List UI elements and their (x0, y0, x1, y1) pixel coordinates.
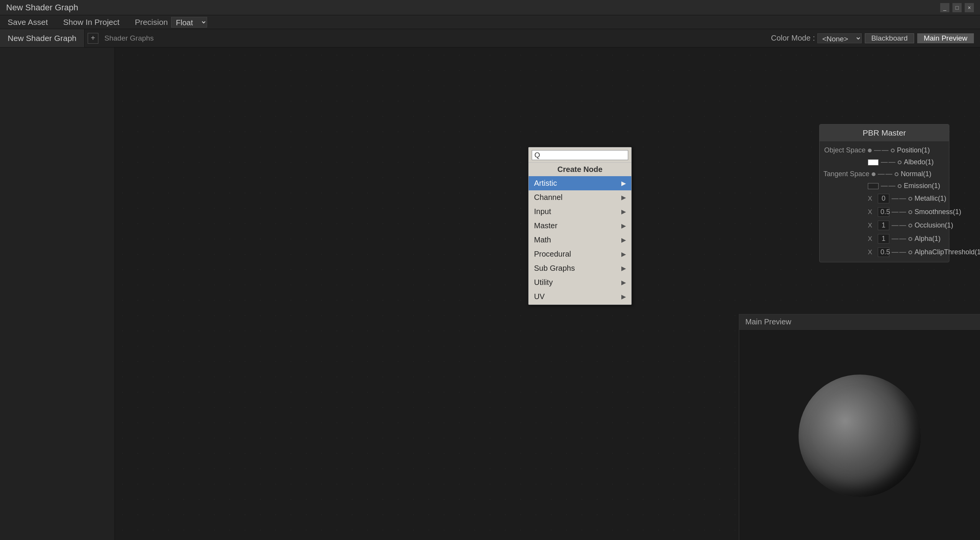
pbr-alphaclip-value: 0.5 (878, 247, 889, 257)
pbr-line-3 (881, 162, 888, 163)
shader-graph-sublabel: Shader Graphs (98, 34, 160, 43)
pbr-normal-label: Normal(1) (901, 170, 945, 178)
create-node-popup: Create Node Artistic ▶ Channel ▶ Input ▶… (528, 147, 632, 305)
precision-select[interactable]: Float Half Inherit (171, 17, 207, 28)
pbr-alpha-label: Alpha(1) (915, 235, 945, 243)
pbr-master-node[interactable]: PBR Master Object Space Position(1) (819, 124, 949, 262)
pbr-dot-right-9-icon (908, 250, 912, 254)
pbr-dot-right-3-icon (895, 172, 898, 176)
precision-group: Precision Float Half Inherit (135, 17, 207, 28)
pbr-line-9 (892, 198, 898, 199)
menu-item-subgraphs-label: Sub Graphs (534, 264, 575, 273)
pbr-connector-9 (892, 252, 906, 253)
main-preview-panel: Main Preview (739, 314, 980, 540)
menu-save-asset[interactable]: Save Asset (5, 16, 51, 28)
menu-item-input[interactable]: Input ▶ (529, 205, 631, 219)
pbr-emission-label: Emission(1) (904, 182, 945, 190)
menu-item-math[interactable]: Math ▶ (529, 233, 631, 247)
pbr-connector-2 (881, 162, 895, 163)
pbr-line-4 (889, 162, 895, 163)
menu-bar: Save Asset Show In Project Precision Flo… (0, 15, 980, 29)
pbr-line-7 (881, 186, 888, 187)
pbr-line-15 (892, 239, 898, 239)
pbr-line-2 (882, 150, 889, 151)
add-tab-button[interactable]: + (88, 33, 98, 44)
menu-item-artistic[interactable]: Artistic ▶ (529, 176, 631, 190)
menu-item-channel[interactable]: Channel ▶ (529, 190, 631, 205)
pbr-x-alphaclip: X (868, 249, 875, 256)
pbr-x-metallic: X (868, 195, 875, 203)
pbr-connector-5 (892, 198, 906, 199)
pbr-dot-right-4-icon (898, 184, 902, 188)
pbr-line-12 (899, 212, 906, 213)
arrow-icon: ▶ (621, 180, 626, 187)
arrow-icon: ▶ (621, 279, 626, 286)
pbr-line-17 (892, 252, 898, 253)
pbr-dot-left-icon (868, 149, 872, 152)
pbr-metallic-value: 0 (878, 194, 889, 203)
menu-item-subgraphs[interactable]: Sub Graphs ▶ (529, 261, 631, 275)
pbr-line-11 (892, 212, 898, 213)
pbr-position-label: Position(1) (897, 146, 945, 154)
minimize-button[interactable]: _ (940, 3, 949, 12)
color-mode-group: Color Mode : <None> Albedo Normal Emissi… (771, 33, 862, 43)
menu-item-procedural-label: Procedural (534, 250, 571, 259)
pbr-alphaclip-label: AlphaClipThreshold(1) (915, 248, 980, 256)
precision-label: Precision (135, 18, 168, 27)
menu-item-utility[interactable]: Utility ▶ (529, 275, 631, 290)
left-sidebar (0, 47, 115, 540)
pbr-master-body: Object Space Position(1) (820, 141, 949, 262)
main-preview-tab[interactable]: Main Preview (917, 33, 974, 43)
pbr-left-tangent-space: Tangent Space (823, 170, 869, 178)
menu-item-math-label: Math (534, 236, 551, 244)
title-bar-controls: _ □ × (940, 3, 974, 12)
preview-sphere (799, 375, 921, 497)
color-mode-select[interactable]: <None> Albedo Normal Emission (817, 33, 862, 43)
pbr-albedo-color (868, 159, 879, 165)
arrow-icon: ▶ (621, 222, 626, 229)
pbr-albedo-label: Albedo(1) (904, 158, 945, 166)
pbr-alpha-value: 1 (878, 234, 889, 244)
maximize-button[interactable]: □ (952, 3, 962, 12)
menu-item-master[interactable]: Master ▶ (529, 219, 631, 233)
pbr-occlusion-label: Occlusion(1) (915, 221, 953, 229)
pbr-emission-color (868, 183, 879, 189)
graph-tab-label: New Shader Graph (8, 34, 77, 43)
pbr-dot-right-5-icon (908, 197, 912, 201)
menu-item-master-label: Master (534, 221, 557, 230)
table-row: X 0.5 Smoothness(1) (820, 205, 949, 219)
main-preview-header: Main Preview (739, 314, 980, 330)
pbr-connector (874, 150, 889, 151)
top-right-controls: Color Mode : <None> Albedo Normal Emissi… (771, 29, 980, 47)
pbr-smoothness-label: Smoothness(1) (915, 208, 961, 216)
menu-item-procedural[interactable]: Procedural ▶ (529, 247, 631, 261)
pbr-line-6 (885, 174, 892, 175)
menu-item-uv-label: UV (534, 292, 545, 301)
pbr-line-5 (878, 174, 885, 175)
table-row: Object Space Position(1) (820, 144, 949, 156)
pbr-master-header: PBR Master (820, 124, 949, 141)
table-row: X 0.5 AlphaClipThreshold(1) (820, 245, 949, 259)
top-panel: New Shader Graph + Shader Graphs Color M… (0, 29, 980, 47)
menu-list: Artistic ▶ Channel ▶ Input ▶ Master ▶ Ma… (529, 175, 631, 304)
pbr-occlusion-value: 1 (878, 221, 889, 230)
graph-tab[interactable]: New Shader Graph (0, 29, 85, 47)
pbr-line (874, 150, 881, 151)
canvas-area[interactable]: PBR Master Object Space Position(1) (115, 47, 980, 540)
menu-item-input-label: Input (534, 207, 551, 216)
blackboard-tab[interactable]: Blackboard (865, 33, 914, 43)
title-bar: New Shader Graph _ □ × (0, 0, 980, 15)
title-bar-text: New Shader Graph (6, 3, 78, 13)
pbr-left-object-space: Object Space (823, 146, 866, 154)
pbr-metallic-label: Metallic(1) (915, 195, 946, 203)
pbr-connector-6 (892, 212, 906, 213)
pbr-connector-8 (892, 239, 906, 239)
menu-item-uv[interactable]: UV ▶ (529, 290, 631, 304)
close-button[interactable]: × (965, 3, 974, 12)
search-input[interactable] (532, 150, 628, 160)
pbr-connector-3 (878, 174, 892, 175)
menu-show-in-project[interactable]: Show In Project (60, 16, 122, 28)
pbr-line-18 (899, 252, 906, 253)
menu-item-channel-label: Channel (534, 193, 563, 202)
color-mode-colon: : (813, 34, 815, 43)
